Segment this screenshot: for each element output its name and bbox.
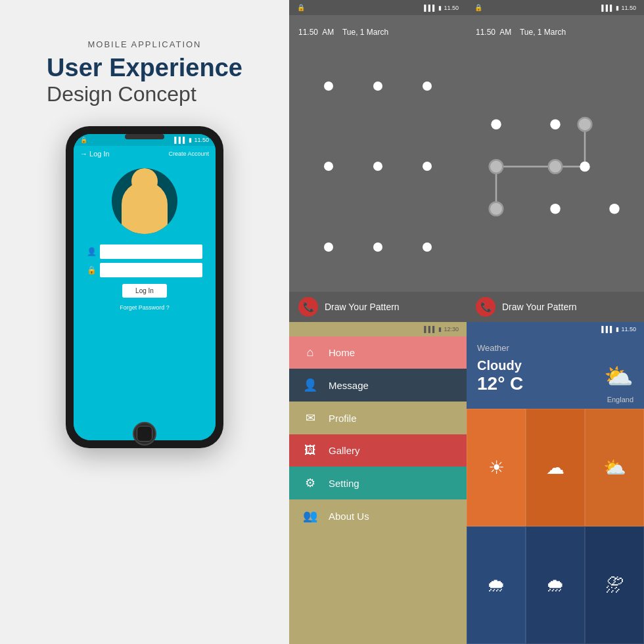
svg-point-6 bbox=[490, 160, 503, 173]
menu-item-home[interactable]: ⌂ Home bbox=[289, 336, 467, 369]
phone-home-button[interactable] bbox=[133, 422, 156, 446]
weather-signal: ▌▌▌ ▮ 11.50 bbox=[601, 326, 636, 333]
svg-point-3 bbox=[491, 120, 501, 129]
login-button[interactable]: Log In bbox=[122, 284, 167, 298]
pattern2-container bbox=[467, 41, 644, 292]
title-line2: Design Concept bbox=[47, 82, 242, 106]
gallery-icon: 🖼 bbox=[302, 444, 318, 457]
p2-time: 11.50 bbox=[621, 5, 636, 11]
weather-cell-4: 🌧 bbox=[467, 526, 526, 644]
pattern1-dots bbox=[289, 41, 467, 292]
setting-label: Setting bbox=[329, 478, 359, 489]
profile-label: Profile bbox=[329, 413, 357, 424]
phone-mockup: 🔒 ▌▌▌ ▮ 11.50 → Log In Create Account bbox=[66, 126, 223, 448]
title-block: User Experience Design Concept bbox=[47, 55, 242, 126]
pattern2-draw-text: Draw Your Pattern bbox=[502, 302, 577, 312]
pattern1-footer: 📞 Draw Your Pattern bbox=[289, 292, 467, 322]
about-label: About Us bbox=[329, 511, 369, 522]
m-battery: ▮ bbox=[438, 326, 442, 333]
weather-cell-1: ☀ bbox=[467, 409, 526, 526]
weather-temp-block: Cloudy 12° C bbox=[477, 358, 523, 394]
phone-time: 11.50 bbox=[194, 137, 209, 143]
dot-2-3 bbox=[423, 162, 432, 171]
weather-cloud-icon: ⛅ bbox=[604, 363, 633, 390]
weather-screen: ▌▌▌ ▮ 11.50 Weather Cloudy 12° C ⛅ Engla… bbox=[467, 322, 644, 644]
title-line1: User Experience bbox=[47, 55, 242, 82]
pattern1-time-large: 11.50 AM Tue, 1 March bbox=[289, 15, 467, 41]
menu-screen: ▌▌▌ ▮ 12:30 ⌂ Home 👤 Message ✉ Profile 🖼… bbox=[289, 322, 467, 644]
menu-status: ▌▌▌ ▮ 12:30 bbox=[289, 322, 467, 336]
subtitle: MOBILE APPLICATION bbox=[87, 39, 201, 49]
phone-signal-battery: ▌▌▌ ▮ 11.50 bbox=[174, 137, 209, 143]
pattern1-status: 🔒 ▌▌▌ ▮ 11.50 bbox=[289, 0, 467, 15]
weather-cell-6: ⛈ bbox=[585, 526, 644, 644]
phone-lock-icon: 🔒 bbox=[80, 137, 87, 143]
menu-item-gallery[interactable]: 🖼 Gallery bbox=[289, 434, 467, 467]
weather-main: Cloudy 12° C ⛅ bbox=[467, 356, 644, 396]
forgot-password[interactable]: Forget Password ? bbox=[120, 304, 170, 311]
w-time: 11.50 bbox=[621, 326, 636, 333]
svg-point-4 bbox=[550, 120, 560, 129]
weather-condition: Cloudy bbox=[477, 358, 523, 373]
battery-icon: ▮ bbox=[189, 137, 192, 143]
login-label[interactable]: → Log In bbox=[80, 150, 110, 158]
svg-point-5 bbox=[578, 118, 592, 131]
username-input[interactable] bbox=[100, 244, 202, 259]
username-icon: 👤 bbox=[87, 247, 97, 256]
pattern2-lock: 🔒 bbox=[474, 4, 482, 11]
menu-item-setting[interactable]: ⚙ Setting bbox=[289, 467, 467, 499]
avatar-figure bbox=[122, 181, 168, 234]
password-row: 🔒 bbox=[87, 263, 202, 277]
menu-item-about[interactable]: 👥 About Us bbox=[289, 499, 467, 532]
w-battery: ▮ bbox=[616, 326, 619, 333]
create-account-link[interactable]: Create Account bbox=[168, 150, 209, 157]
dot-3-2 bbox=[373, 242, 382, 252]
p2-battery: ▮ bbox=[616, 5, 619, 11]
weather-location: England bbox=[467, 396, 644, 409]
pattern-screen-1: 🔒 ▌▌▌ ▮ 11.50 11.50 AM Tue, 1 March 📞 bbox=[289, 0, 467, 322]
svg-point-10 bbox=[550, 204, 560, 214]
p1-battery: ▮ bbox=[438, 5, 442, 11]
p2-ampm: AM bbox=[499, 28, 516, 37]
dot-1-1 bbox=[324, 81, 333, 91]
pattern1-signal: ▌▌▌ ▮ 11.50 bbox=[424, 5, 459, 11]
p2-date: Tue, 1 March bbox=[520, 28, 566, 37]
weather-temp: 12° C bbox=[477, 373, 523, 394]
pattern2-signal: ▌▌▌ ▮ 11.50 bbox=[601, 5, 636, 11]
avatar-circle bbox=[112, 168, 177, 234]
password-icon: 🔒 bbox=[87, 265, 97, 275]
dot-1-2 bbox=[373, 81, 382, 91]
weather-cell-3: ⛅ bbox=[585, 409, 644, 526]
menu-item-profile[interactable]: ✉ Profile bbox=[289, 402, 467, 434]
home-label: Home bbox=[329, 347, 355, 358]
phone-call-icon-1: 📞 bbox=[298, 297, 318, 317]
dot-3-3 bbox=[423, 242, 432, 252]
pattern1-lock: 🔒 bbox=[297, 4, 305, 11]
pattern-svg bbox=[467, 41, 644, 292]
svg-point-11 bbox=[609, 204, 619, 214]
password-input[interactable] bbox=[100, 263, 202, 277]
about-icon: 👥 bbox=[302, 509, 318, 523]
phone-call-icon-2: 📞 bbox=[476, 297, 495, 317]
left-panel: MOBILE APPLICATION User Experience Desig… bbox=[0, 0, 289, 644]
phone-notch bbox=[125, 134, 164, 139]
weather-cell-5: 🌧 bbox=[526, 526, 585, 644]
message-icon: 👤 bbox=[302, 378, 318, 392]
pattern1-draw-text: Draw Your Pattern bbox=[325, 302, 400, 312]
phone-home-inner bbox=[137, 426, 152, 442]
weather-cell-2: ☁ bbox=[526, 409, 585, 526]
p1-ampm: AM bbox=[322, 28, 338, 37]
svg-point-8 bbox=[580, 162, 589, 172]
pattern-screen-2: 🔒 ▌▌▌ ▮ 11.50 11.50 AM Tue, 1 March bbox=[467, 0, 644, 322]
menu-item-message[interactable]: 👤 Message bbox=[289, 369, 467, 402]
right-panel: 🔒 ▌▌▌ ▮ 11.50 11.50 AM Tue, 1 March 📞 bbox=[289, 0, 644, 644]
dot-1-3 bbox=[423, 81, 432, 91]
weather-status: ▌▌▌ ▮ 11.50 bbox=[467, 322, 644, 336]
p1-date: Tue, 1 March bbox=[342, 28, 388, 37]
setting-icon: ⚙ bbox=[302, 476, 318, 490]
weather-grid: ☀ ☁ ⛅ 🌧 🌧 ⛈ bbox=[467, 409, 644, 644]
dot-2-2 bbox=[373, 162, 382, 171]
w-signal: ▌▌▌ bbox=[601, 326, 614, 333]
svg-point-9 bbox=[490, 202, 503, 216]
username-row: 👤 bbox=[87, 244, 202, 259]
